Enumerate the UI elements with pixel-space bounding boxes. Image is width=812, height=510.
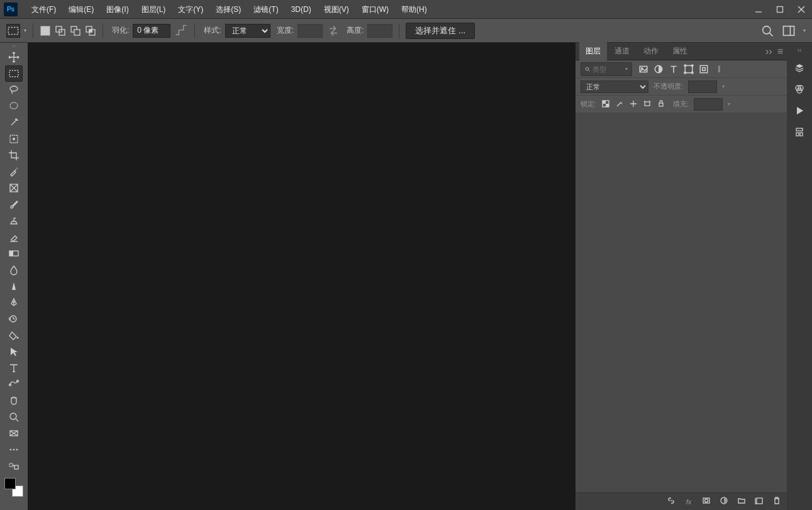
filter-smartobject-icon[interactable] xyxy=(699,64,709,74)
more-tools-icon[interactable] xyxy=(5,441,23,458)
eyedropper-tool[interactable] xyxy=(5,164,23,180)
lock-artboard-icon[interactable] xyxy=(643,99,652,109)
clone-stamp-tool[interactable] xyxy=(5,213,23,229)
feather-label: 羽化: xyxy=(112,25,129,36)
edit-toolbar-icon[interactable] xyxy=(5,458,23,474)
history-brush-tool[interactable] xyxy=(5,311,23,327)
workspace-icon[interactable] xyxy=(782,24,796,38)
tool-preset-chevron-icon[interactable]: ▾ xyxy=(24,28,26,33)
eraser-tool[interactable] xyxy=(5,229,23,245)
selection-add-icon[interactable] xyxy=(55,25,66,36)
menu-window[interactable]: 窗口(W) xyxy=(355,0,395,19)
layer-fx-icon[interactable]: fx xyxy=(684,498,694,506)
dodge-tool[interactable] xyxy=(5,278,23,294)
menu-layer[interactable]: 图层(L) xyxy=(135,0,172,19)
layer-group-icon[interactable] xyxy=(737,496,747,507)
selection-new-icon[interactable] xyxy=(40,25,51,36)
side-rail-expand-handle[interactable]: ‹‹ xyxy=(798,47,802,54)
toolbar-expand-handle[interactable]: ›› xyxy=(0,43,28,49)
paint-bucket-tool[interactable] xyxy=(5,327,23,343)
filter-pixel-icon[interactable] xyxy=(638,64,648,74)
height-input[interactable] xyxy=(367,24,392,38)
frame-tool[interactable] xyxy=(5,180,23,196)
filter-toggle-icon[interactable]: ⏽ xyxy=(714,64,724,74)
delete-layer-icon[interactable] xyxy=(772,496,782,507)
link-layers-icon[interactable] xyxy=(666,496,676,507)
rail-actions-icon[interactable] xyxy=(792,103,807,118)
object-selection-tool[interactable] xyxy=(5,131,23,147)
zoom-tool[interactable] xyxy=(5,409,23,425)
window-maximize-button[interactable] xyxy=(769,0,791,19)
new-layer-icon[interactable] xyxy=(754,496,764,507)
artboard-tool[interactable] xyxy=(5,425,23,441)
svg-rect-71 xyxy=(796,128,803,131)
tab-properties[interactable]: 属性 xyxy=(666,42,694,60)
adjustment-layer-icon[interactable] xyxy=(719,496,729,507)
crop-tool[interactable] xyxy=(5,147,23,164)
quick-selection-tool[interactable] xyxy=(5,98,23,114)
fill-input[interactable] xyxy=(694,98,723,111)
magic-wand-tool[interactable] xyxy=(5,114,23,131)
color-swatches[interactable] xyxy=(4,478,23,497)
layers-list[interactable] xyxy=(576,113,787,492)
opacity-input[interactable] xyxy=(688,80,717,93)
layer-filter-kind[interactable]: ▾ xyxy=(581,62,632,76)
tab-channels[interactable]: 通道 xyxy=(608,42,636,60)
path-selection-tool[interactable] xyxy=(5,343,23,360)
tab-layers[interactable]: 图层 xyxy=(579,42,607,60)
filter-type-icon[interactable] xyxy=(669,64,679,74)
panel-collapse-icon[interactable]: ›› xyxy=(765,46,772,57)
search-icon[interactable] xyxy=(760,24,774,38)
lock-position-icon[interactable] xyxy=(629,99,638,109)
lasso-tool[interactable] xyxy=(5,82,23,98)
menu-edit[interactable]: 编辑(E) xyxy=(62,0,100,19)
menu-view[interactable]: 视图(V) xyxy=(318,0,355,19)
gradient-tool[interactable] xyxy=(5,245,23,262)
menu-3d[interactable]: 3D(D) xyxy=(285,0,318,19)
hand-tool[interactable] xyxy=(5,392,23,409)
blur-tool[interactable] xyxy=(5,262,23,278)
filter-shape-icon[interactable] xyxy=(684,64,694,74)
shape-tool[interactable] xyxy=(5,376,23,392)
menu-help[interactable]: 帮助(H) xyxy=(395,0,433,19)
blend-mode-select[interactable]: 正常 xyxy=(581,80,648,93)
width-input[interactable] xyxy=(298,24,323,38)
rail-properties-icon[interactable] xyxy=(792,125,807,140)
menu-filter[interactable]: 滤镜(T) xyxy=(247,0,284,19)
window-minimize-button[interactable] xyxy=(748,0,769,19)
menu-image[interactable]: 图像(I) xyxy=(100,0,135,19)
style-select[interactable]: 正常 xyxy=(225,24,270,38)
window-close-button[interactable] xyxy=(791,0,812,19)
height-label: 高度: xyxy=(347,25,364,36)
current-tool-icon[interactable] xyxy=(6,24,20,38)
panel-menu-icon[interactable]: ≡ xyxy=(777,46,783,57)
lock-image-icon[interactable] xyxy=(615,99,624,109)
tab-actions[interactable]: 动作 xyxy=(637,42,665,60)
style-label: 样式: xyxy=(204,25,221,36)
canvas-area[interactable] xyxy=(28,43,576,510)
menu-type[interactable]: 文字(Y) xyxy=(172,0,209,19)
antialias-icon[interactable] xyxy=(174,24,188,38)
move-tool[interactable] xyxy=(5,49,23,65)
rectangular-marquee-tool[interactable] xyxy=(5,65,23,82)
selection-subtract-icon[interactable] xyxy=(70,25,81,36)
type-tool[interactable] xyxy=(5,360,23,376)
swap-wh-icon[interactable] xyxy=(326,24,340,38)
pen-tool[interactable] xyxy=(5,294,23,311)
rail-channels-icon[interactable] xyxy=(792,82,807,97)
select-and-mask-button[interactable]: 选择并遮住 ... xyxy=(406,23,475,39)
layer-mask-icon[interactable] xyxy=(701,496,711,507)
lock-label: 锁定: xyxy=(581,99,596,109)
layer-filter-input[interactable] xyxy=(592,65,623,73)
selection-intersect-icon[interactable] xyxy=(85,25,96,36)
filter-adjustment-icon[interactable] xyxy=(653,64,664,74)
rail-layers-icon[interactable] xyxy=(792,60,807,75)
menu-select[interactable]: 选择(S) xyxy=(209,0,247,19)
brush-tool[interactable] xyxy=(5,196,23,213)
feather-input[interactable] xyxy=(133,24,170,38)
workspace-chevron-icon[interactable]: ▾ xyxy=(803,28,806,33)
foreground-color-swatch[interactable] xyxy=(4,478,16,489)
lock-all-icon[interactable] xyxy=(657,99,665,109)
menu-file[interactable]: 文件(F) xyxy=(25,0,62,19)
lock-transparency-icon[interactable] xyxy=(601,99,610,109)
